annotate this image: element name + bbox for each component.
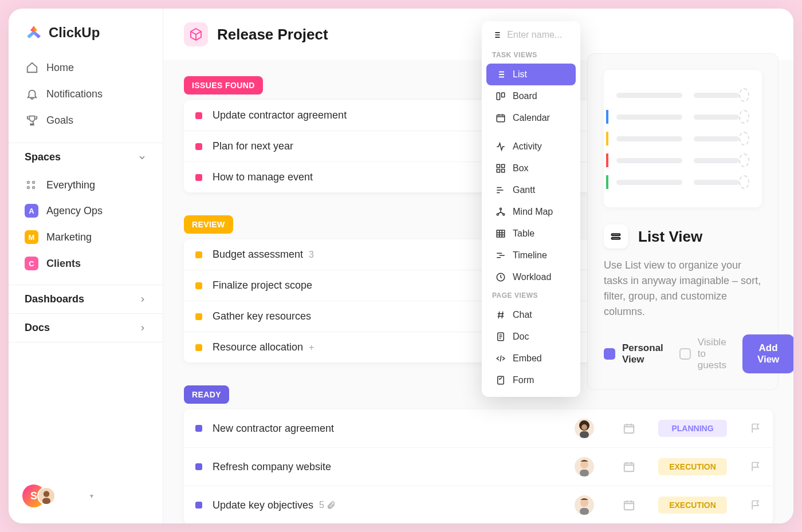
view-calendar[interactable]: Calendar — [486, 107, 576, 129]
nav-notifications-label: Notifications — [46, 88, 103, 100]
view-workload[interactable]: Workload — [486, 266, 576, 288]
svg-point-0 — [27, 182, 30, 184]
add-view-button[interactable]: Add View — [742, 334, 793, 373]
dashboards-header[interactable]: Dashboards — [9, 285, 163, 313]
task-title: Budget assessment — [213, 249, 303, 261]
flag-icon[interactable] — [750, 461, 761, 472]
calendar-icon[interactable] — [623, 460, 635, 473]
space-clients[interactable]: C Clients — [19, 250, 152, 277]
view-board[interactable]: Board — [486, 85, 576, 107]
svg-point-13 — [580, 499, 588, 507]
task-row[interactable]: New contractor agreement PLANNING — [184, 409, 773, 448]
view-label: Workload — [513, 272, 551, 282]
view-table[interactable]: Table — [486, 223, 576, 245]
calendar-icon[interactable] — [623, 422, 635, 435]
view-doc[interactable]: Doc — [486, 326, 576, 348]
svg-point-10 — [580, 460, 588, 468]
svg-rect-11 — [580, 470, 589, 476]
flag-icon[interactable] — [750, 499, 761, 511]
view-chat[interactable]: Chat — [486, 304, 576, 326]
board-icon — [496, 91, 506, 101]
group-label-issues[interactable]: ISSUES FOUND — [184, 76, 263, 94]
list-icon — [492, 29, 501, 41]
calendar-icon[interactable] — [623, 499, 635, 511]
assignee-avatar[interactable] — [575, 457, 594, 476]
hash-icon — [496, 310, 506, 320]
view-mindmap[interactable]: Mind Map — [486, 201, 576, 223]
view-timeline[interactable]: Timeline — [486, 245, 576, 266]
nav-goals[interactable]: Goals — [19, 107, 152, 133]
user-menu[interactable]: S ▾ — [22, 484, 149, 507]
space-clients-label: Clients — [46, 258, 81, 270]
personal-view-checkbox[interactable] — [604, 348, 615, 360]
visible-guests-checkbox[interactable] — [679, 348, 691, 360]
status-square — [195, 313, 202, 320]
space-marketing-label: Marketing — [46, 231, 92, 243]
assignee-avatar[interactable] — [575, 419, 594, 438]
preview-title: List View — [638, 228, 702, 246]
assignee-avatar[interactable] — [575, 495, 594, 515]
svg-rect-30 — [612, 234, 620, 235]
view-gantt[interactable]: Gantt — [486, 179, 576, 201]
svg-rect-9 — [624, 425, 634, 434]
space-list: Everything A Agency Ops M Marketing C Cl… — [9, 171, 163, 285]
task-tag[interactable]: PLANNING — [658, 420, 727, 437]
group-ready: READY New contractor agreement PLANNING … — [184, 385, 773, 523]
svg-rect-19 — [497, 164, 500, 167]
form-icon — [496, 375, 506, 385]
attachment-count[interactable]: 5 — [319, 500, 336, 510]
task-title: Gather key resources — [213, 310, 311, 322]
view-form[interactable]: Form — [486, 369, 576, 391]
view-label: Activity — [513, 141, 542, 152]
view-name-input[interactable] — [507, 30, 570, 40]
docs-header[interactable]: Docs — [9, 313, 163, 342]
task-title: Resource allocation — [213, 341, 303, 353]
status-square — [195, 502, 202, 509]
chevron-down-icon — [137, 153, 147, 162]
group-label-review[interactable]: REVIEW — [184, 215, 233, 234]
grid-icon — [496, 163, 506, 174]
view-label: Mind Map — [513, 207, 553, 217]
svg-rect-14 — [580, 508, 589, 515]
logo-text: ClickUp — [49, 25, 100, 41]
sidebar-footer: S ▾ — [9, 474, 163, 523]
dashboards-label: Dashboards — [25, 293, 84, 305]
space-badge-agency: A — [25, 204, 38, 218]
task-row[interactable]: Update key objectives 5 EXECUTION — [184, 486, 773, 523]
view-label: Chat — [513, 310, 532, 320]
view-box[interactable]: Box — [486, 157, 576, 179]
svg-point-7 — [581, 424, 587, 430]
task-tag[interactable]: EXECUTION — [658, 496, 727, 514]
view-label: Timeline — [513, 250, 547, 261]
view-list[interactable]: List — [486, 64, 576, 85]
flag-icon[interactable] — [750, 423, 761, 434]
spaces-header-label: Spaces — [25, 151, 61, 163]
nav-home[interactable]: Home — [19, 54, 152, 81]
space-everything[interactable]: Everything — [19, 172, 152, 198]
avatar-photo — [37, 487, 56, 505]
main: Release Project ISSUES FOUND Update cont… — [163, 9, 793, 523]
task-tag[interactable]: EXECUTION — [658, 458, 727, 475]
nav-notifications[interactable]: Notifications — [19, 81, 152, 107]
space-marketing[interactable]: M Marketing — [19, 224, 152, 250]
task-title: Update contractor agreement — [213, 109, 347, 121]
space-agency[interactable]: A Agency Ops — [19, 198, 152, 224]
task-title: New contractor agreement — [213, 423, 334, 435]
logo[interactable]: ClickUp — [9, 9, 163, 52]
view-activity[interactable]: Activity — [486, 136, 576, 157]
view-switcher-popover: TASK VIEWS List Board Calendar Activity … — [482, 21, 580, 397]
view-embed[interactable]: Embed — [486, 348, 576, 369]
mindmap-icon — [496, 207, 506, 217]
task-row[interactable]: Refresh company website EXECUTION — [184, 448, 773, 486]
group-label-ready[interactable]: READY — [184, 385, 229, 404]
svg-point-4 — [44, 491, 50, 497]
avatar-stack: S — [22, 484, 53, 507]
task-title: Plan for next year — [213, 140, 293, 152]
spaces-header[interactable]: Spaces — [9, 143, 163, 171]
status-square — [195, 143, 202, 150]
clickup-logo-icon — [25, 25, 43, 41]
svg-rect-20 — [502, 164, 505, 167]
project-icon[interactable] — [184, 22, 208, 46]
task-list-ready: New contractor agreement PLANNING Refres… — [184, 409, 773, 523]
space-badge-clients: C — [25, 257, 38, 270]
